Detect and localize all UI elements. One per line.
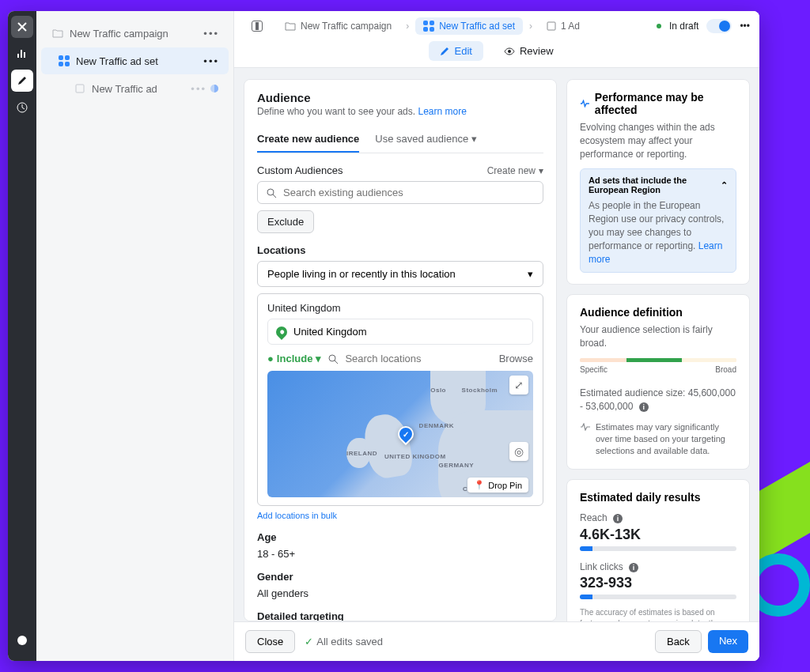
close-button[interactable]: Close — [245, 630, 295, 653]
ad-icon — [73, 81, 87, 96]
crumb-adset[interactable]: New Traffic ad set — [415, 17, 523, 35]
browse-link[interactable]: Browse — [499, 353, 533, 364]
grid-icon — [57, 54, 71, 68]
panel-icon — [252, 21, 263, 32]
aud-def-body: Your audience selection is fairly broad. — [580, 323, 736, 350]
crumb-campaign[interactable]: New Traffic campaign — [277, 17, 399, 35]
folder-icon — [285, 21, 296, 31]
daily-title: Estimated daily results — [580, 491, 736, 504]
clicks-label: Link clicks i — [580, 561, 736, 574]
tab-label: Edit — [454, 45, 471, 57]
crumb-label: 1 Ad — [561, 21, 580, 32]
audience-size: Estimated audience size: 45,600,000 - 53… — [580, 387, 736, 413]
svg-rect-4 — [547, 22, 555, 30]
edit-icon[interactable] — [11, 70, 33, 92]
gender-label: Gender — [257, 571, 543, 583]
info-icon[interactable]: i — [613, 514, 623, 523]
info-icon[interactable]: i — [629, 563, 638, 572]
back-button[interactable]: Back — [655, 630, 702, 653]
location-box: United Kingdom United Kingdom ● Include … — [257, 293, 543, 506]
crumb-ad[interactable]: 1 Ad — [539, 17, 588, 35]
map-label: IRELAND — [346, 450, 377, 457]
layout-toggle[interactable] — [244, 17, 271, 35]
locations-label: Locations — [257, 244, 543, 256]
tab-create-audience[interactable]: Create new audience — [257, 126, 359, 153]
more-icon[interactable]: ••• — [203, 55, 219, 67]
location-search-input[interactable] — [345, 353, 492, 364]
svg-point-6 — [267, 189, 274, 195]
tab-saved-audience[interactable]: Use saved audience ▾ — [375, 126, 476, 153]
map-locate-icon[interactable]: ◎ — [509, 442, 528, 461]
create-new-link[interactable]: Create new ▾ — [487, 165, 543, 176]
search-audiences-input[interactable] — [257, 181, 543, 204]
age-label: Age — [257, 531, 543, 543]
exclude-button[interactable]: Exclude — [257, 210, 314, 233]
tab-review[interactable]: Review — [493, 41, 565, 61]
tab-edit[interactable]: Edit — [429, 41, 483, 61]
svg-point-5 — [508, 50, 511, 53]
reach-value: 4.6K-13K — [580, 527, 736, 543]
perf-title: Performance may be affected — [595, 91, 736, 116]
map[interactable]: IRELAND UNITED KINGDOM Oslo Stockholm DE… — [267, 371, 533, 497]
detailed-targeting-label: Detailed targeting — [257, 610, 543, 621]
eye-icon — [504, 47, 515, 55]
reach-bar — [580, 546, 736, 551]
performance-panel: Performance may be affected Evolving cha… — [566, 79, 750, 285]
map-label: DENMARK — [419, 422, 454, 429]
alert-body: As people in the European Region use our… — [589, 199, 728, 266]
help-icon[interactable] — [11, 629, 33, 651]
split-icon — [210, 84, 219, 93]
tree-campaign-label: New Traffic campaign — [70, 28, 168, 40]
pulse-icon — [580, 423, 591, 431]
include-toggle[interactable]: ● Include ▾ — [267, 353, 321, 364]
panel-subtitle: Define who you want to see your ads. Lea… — [257, 106, 543, 117]
svg-point-1 — [17, 636, 27, 645]
save-status: ✓All edits saved — [305, 636, 383, 647]
alert-toggle[interactable]: Ad sets that include the European Region… — [589, 176, 728, 194]
search-icon — [327, 353, 339, 364]
eu-alert: Ad sets that include the European Region… — [580, 168, 736, 273]
close-icon[interactable] — [11, 16, 33, 38]
tree-adset-label: New Traffic ad set — [76, 55, 158, 67]
left-iconbar — [8, 11, 36, 661]
tree-ad[interactable]: New Traffic ad ••• — [41, 75, 229, 102]
bulk-locations-link[interactable]: Add locations in bulk — [257, 511, 543, 520]
pulse-icon — [580, 100, 590, 108]
campaign-tree: New Traffic campaign ••• New Traffic ad … — [36, 11, 234, 661]
drop-pin-button[interactable]: 📍 Drop Pin — [467, 478, 528, 493]
next-button[interactable]: Nex — [708, 630, 748, 653]
topbar: New Traffic campaign › New Traffic ad se… — [234, 11, 759, 68]
draft-toggle[interactable] — [706, 19, 732, 33]
more-icon[interactable]: ••• — [203, 28, 219, 40]
age-value: 18 - 65+ — [257, 548, 543, 560]
panel-title: Audience — [257, 91, 543, 104]
map-label: Oslo — [430, 387, 446, 394]
folder-icon — [51, 26, 65, 40]
info-icon[interactable]: i — [639, 402, 649, 412]
clock-icon[interactable] — [11, 96, 33, 119]
chart-icon[interactable] — [11, 43, 33, 65]
map-label: Stockholm — [462, 387, 498, 394]
map-label: UNITED KINGDOM — [384, 454, 446, 460]
gender-value: All genders — [257, 587, 543, 599]
reach-label: Reach i — [580, 512, 736, 525]
more-icon[interactable]: ••• — [191, 83, 206, 95]
audience-meter — [580, 358, 736, 362]
status-label: In draft — [669, 21, 698, 32]
tree-adset[interactable]: New Traffic ad set ••• — [41, 47, 229, 74]
status-dot — [657, 24, 661, 28]
crumb-label: New Traffic ad set — [439, 21, 515, 32]
custom-audiences-label: Custom Audiences — [257, 164, 343, 176]
audience-panel: Audience Define who you want to see your… — [244, 79, 557, 621]
ad-icon — [547, 21, 556, 31]
chevron-down-icon: ▾ — [528, 268, 533, 280]
location-type-select[interactable]: People living in or recently in this loc… — [257, 261, 543, 287]
grid-icon — [423, 21, 434, 32]
tree-campaign[interactable]: New Traffic campaign ••• — [41, 20, 229, 47]
map-expand-icon[interactable]: ⤢ — [509, 376, 528, 395]
more-icon[interactable]: ••• — [740, 21, 750, 32]
perf-body: Evolving changes within the ads ecosyste… — [580, 121, 736, 160]
country-chip[interactable]: United Kingdom — [267, 319, 533, 345]
daily-results-panel: Estimated daily results Reach i 4.6K-13K… — [566, 479, 750, 621]
learn-more-link[interactable]: Learn more — [418, 106, 466, 117]
